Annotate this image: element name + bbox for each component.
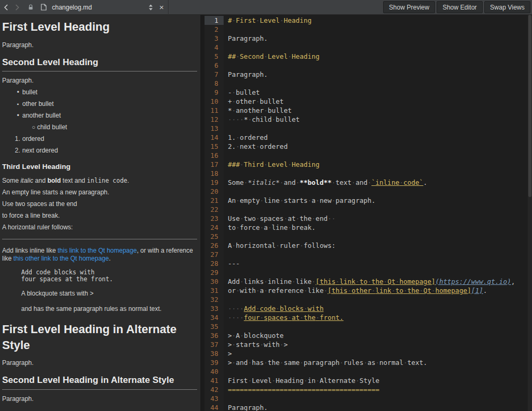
editor-line[interactable]: 29 <box>205 268 528 277</box>
editor-line[interactable]: 31or·with·a·reference·like·[this·other·l… <box>205 286 528 295</box>
line-number[interactable]: 24 <box>205 223 224 232</box>
editor-line[interactable]: 4 <box>205 43 528 52</box>
editor-line[interactable]: 41First·Level·Heading·in·Alternate·Style <box>205 376 528 385</box>
line-number[interactable]: 30 <box>205 277 224 286</box>
editor-line[interactable]: 30Add·links·inline·like·[this·link·to·th… <box>205 277 528 286</box>
line-number[interactable]: 34 <box>205 313 224 322</box>
scrollbar-thumb[interactable] <box>528 15 531 197</box>
editor-line[interactable]: 28--- <box>205 259 528 268</box>
editor-line[interactable]: 21An·empty·line·starts·a·new·paragraph. <box>205 196 528 205</box>
line-number[interactable]: 12 <box>205 115 224 124</box>
editor-line[interactable]: 152.·next·ordered <box>205 142 528 151</box>
line-number[interactable]: 8 <box>205 79 224 88</box>
line-number[interactable]: 33 <box>205 304 224 313</box>
line-number[interactable]: 17 <box>205 160 224 169</box>
editor-line[interactable]: 10+·other·bullet <box>205 97 528 106</box>
line-number[interactable]: 18 <box>205 169 224 178</box>
line-number[interactable]: 2 <box>205 25 224 34</box>
editor-line[interactable]: 19Some·*italic*·and·**bold**·text·and·`i… <box>205 178 528 187</box>
open-documents-dropdown[interactable] <box>146 1 155 14</box>
line-number[interactable]: 5 <box>205 52 224 61</box>
editor-line[interactable]: 2 <box>205 25 528 34</box>
editor-line[interactable]: 9-·bullet <box>205 88 528 97</box>
line-number[interactable]: 10 <box>205 97 224 106</box>
editor-line[interactable]: 40 <box>205 367 528 376</box>
editor-line[interactable]: 20 <box>205 187 528 196</box>
editor-line[interactable]: 36>·A·blockquote <box>205 331 528 340</box>
line-number[interactable]: 37 <box>205 340 224 349</box>
line-number[interactable]: 6 <box>205 61 224 70</box>
editor-line[interactable]: 11*·another·bullet <box>205 106 528 115</box>
editor-line[interactable]: 18 <box>205 169 528 178</box>
editor-line[interactable]: 44Paragraph. <box>205 403 528 411</box>
show-editor-button[interactable]: Show Editor <box>437 1 483 13</box>
editor-line[interactable]: 37>·starts·with·> <box>205 340 528 349</box>
line-number[interactable]: 39 <box>205 358 224 367</box>
editor-line[interactable]: 43 <box>205 394 528 403</box>
line-number[interactable]: 19 <box>205 178 224 187</box>
editor-line[interactable]: 25 <box>205 232 528 241</box>
line-number[interactable]: 27 <box>205 250 224 259</box>
editor-line[interactable]: 39>·and·has·the·same·paragraph·rules·as·… <box>205 358 528 367</box>
line-number[interactable]: 44 <box>205 403 224 411</box>
line-number[interactable]: 28 <box>205 259 224 268</box>
line-number[interactable]: 3 <box>205 34 224 43</box>
editor-line[interactable]: 22 <box>205 205 528 214</box>
line-number[interactable]: 14 <box>205 133 224 142</box>
forward-button[interactable] <box>12 1 23 14</box>
editor-line[interactable]: 17###·Third·Level·Heading <box>205 160 528 169</box>
preview-scrollbar[interactable] <box>200 15 205 411</box>
show-preview-button[interactable]: Show Preview <box>383 1 435 13</box>
line-number[interactable]: 21 <box>205 196 224 205</box>
editor-line[interactable]: 16 <box>205 151 528 160</box>
editor-line[interactable]: 7Paragraph. <box>205 70 528 79</box>
editor-line[interactable]: 32 <box>205 295 528 304</box>
line-number[interactable]: 20 <box>205 187 224 196</box>
markdown-editor[interactable]: 1#·First·Level·Heading23Paragraph.45##·S… <box>205 15 528 411</box>
editor-line[interactable]: 141.·ordered <box>205 133 528 142</box>
line-number[interactable]: 41 <box>205 376 224 385</box>
editor-line[interactable]: 24to·force·a·line·break. <box>205 223 528 232</box>
editor-line[interactable]: 6 <box>205 61 528 70</box>
line-number[interactable]: 31 <box>205 286 224 295</box>
line-number[interactable]: 43 <box>205 394 224 403</box>
close-document-button[interactable]: × <box>155 1 168 14</box>
line-number[interactable]: 15 <box>205 142 224 151</box>
editor-line[interactable]: 1#·First·Level·Heading <box>205 16 528 25</box>
editor-line[interactable]: 23Use·two·spaces·at·the·end·· <box>205 214 528 223</box>
line-number[interactable]: 25 <box>205 232 224 241</box>
line-number[interactable]: 4 <box>205 43 224 52</box>
open-file-name[interactable]: changelog.md <box>52 4 92 11</box>
line-number[interactable]: 9 <box>205 88 224 97</box>
line-number[interactable]: 22 <box>205 205 224 214</box>
editor-line[interactable]: 3Paragraph. <box>205 34 528 43</box>
line-number[interactable]: 32 <box>205 295 224 304</box>
line-number[interactable]: 7 <box>205 70 224 79</box>
editor-line[interactable]: 5##·Second·Level·Heading <box>205 52 528 61</box>
line-number[interactable]: 36 <box>205 331 224 340</box>
editor-line[interactable]: 33····Add·code·blocks·with <box>205 304 528 313</box>
preview-link[interactable]: this other link to the Qt homepage <box>13 255 109 262</box>
editor-line[interactable]: 13 <box>205 124 528 133</box>
line-number[interactable]: 38 <box>205 349 224 358</box>
line-number[interactable]: 23 <box>205 214 224 223</box>
line-number[interactable]: 1 <box>205 16 224 25</box>
back-button[interactable] <box>0 1 12 14</box>
editor-line[interactable]: 42====================================== <box>205 385 528 394</box>
editor-line[interactable]: 35 <box>205 322 528 331</box>
line-number[interactable]: 40 <box>205 367 224 376</box>
line-number[interactable]: 42 <box>205 385 224 394</box>
lock-button[interactable] <box>25 1 36 14</box>
editor-line[interactable]: 12····*·child·bullet <box>205 115 528 124</box>
editor-line[interactable]: 34····four·spaces·at·the·front. <box>205 313 528 322</box>
line-number[interactable]: 13 <box>205 124 224 133</box>
editor-line[interactable]: 8 <box>205 79 528 88</box>
swap-views-button[interactable]: Swap Views <box>484 1 530 13</box>
line-number[interactable]: 29 <box>205 268 224 277</box>
line-number[interactable]: 26 <box>205 241 224 250</box>
line-number[interactable]: 11 <box>205 106 224 115</box>
line-number[interactable]: 35 <box>205 322 224 331</box>
editor-line[interactable]: 26A·horizontal·ruler·follows: <box>205 241 528 250</box>
preview-link[interactable]: this link to the Qt homepage <box>58 247 137 254</box>
editor-scrollbar[interactable] <box>528 15 532 411</box>
